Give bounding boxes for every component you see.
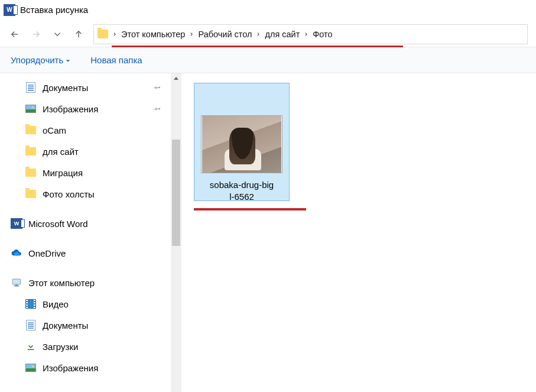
organize-button[interactable]: Упорядочить [11,55,70,65]
tree-item[interactable]: Изображения [0,98,181,119]
chevron-right-icon [303,30,309,39]
tree-item-label: Фото холсты [43,189,95,199]
scrollbar-thumb[interactable] [172,140,180,246]
onedrive-icon [11,248,22,258]
tree-item-label: Видео [43,299,69,309]
folder-icon [25,146,37,157]
folder-icon [98,30,108,38]
tree-item[interactable]: oCam [0,119,181,141]
new-folder-button[interactable]: Новая папка [90,55,142,65]
tree-item[interactable]: Видео [0,293,181,315]
folder-icon [25,189,37,199]
breadcrumb-segment[interactable]: Рабочий стол [198,30,252,39]
up-button[interactable] [72,28,85,41]
chevron-right-icon [255,30,261,39]
tree-item-label: oCam [43,125,66,135]
tree-item-label: Загрузки [43,342,78,352]
tree-item[interactable]: Этот компьютер [0,272,181,293]
annotation-underline [194,208,306,210]
word-app-icon: W [4,4,15,16]
tree-item-label: Миграция [43,168,83,178]
image-preview [202,116,281,173]
annotation-underline [112,46,403,47]
tree-item-label: для сайт [43,147,79,157]
tree-item[interactable]: WMicrosoft Word [0,213,181,234]
tree-item[interactable]: Документы [0,315,181,336]
img-icon [25,362,37,373]
navigation-bar: Этот компьютер Рабочий стол для сайт Фот… [0,20,536,47]
tree-item-label: Изображения [43,104,98,114]
toolbar: Упорядочить Новая папка [0,47,536,73]
breadcrumb-segment[interactable]: Этот компьютер [121,30,185,39]
file-item-selected[interactable]: sobaka-drug-big l-6562 [194,83,290,201]
folder-icon [25,167,37,178]
recent-locations-dropdown[interactable] [51,28,64,41]
tree-item-label: Документы [43,83,88,93]
chevron-right-icon [112,30,118,39]
tree-item[interactable]: OneDrive [0,242,181,264]
tree-item-label: OneDrive [28,248,66,258]
tree-item[interactable]: Изображения [0,357,181,378]
address-bar[interactable]: Этот компьютер Рабочий стол для сайт Фот… [93,24,528,44]
svg-rect-2 [14,286,20,286]
new-folder-label: Новая папка [90,55,142,65]
organize-label: Упорядочить [11,55,63,65]
svg-rect-0 [12,279,21,284]
forward-button[interactable] [30,28,43,41]
tree-item[interactable]: для сайт [0,141,181,162]
doc-icon [25,82,37,93]
dialog-title: Вставка рисунка [20,5,88,15]
dl-icon [25,341,37,352]
word-icon: W [11,218,22,229]
tree-item[interactable]: Миграция [0,162,181,183]
back-button[interactable] [8,28,21,41]
doc-icon [25,320,37,331]
svg-rect-3 [28,349,34,351]
scroll-up-icon[interactable] [171,73,181,84]
file-thumbnail [201,115,282,173]
svg-rect-1 [15,285,18,286]
folder-icon [25,125,37,135]
titlebar: W Вставка рисунка [0,0,536,20]
breadcrumb-segment[interactable]: для сайт [265,30,300,39]
chevron-right-icon [189,30,194,39]
file-name: sobaka-drug-big l-6562 [210,179,274,203]
tree-item[interactable]: Фото холсты [0,183,181,205]
tree-item-label: Изображения [43,363,98,373]
tree-item-label: Документы [43,320,88,331]
tree-item[interactable]: Документы [0,77,181,98]
file-content-area[interactable]: sobaka-drug-big l-6562 [182,73,536,392]
tree-item[interactable]: Загрузки [0,336,181,357]
pc-icon [11,277,22,288]
breadcrumb-segment[interactable]: Фото [313,30,332,39]
video-icon [25,299,37,309]
pin-icon [153,83,161,93]
scrollbar[interactable] [171,73,181,392]
pin-icon [153,104,161,114]
chevron-down-icon [66,55,70,65]
tree-item-label: Этот компьютер [28,278,95,288]
tree-item-label: Microsoft Word [28,219,88,229]
img-icon [25,103,37,114]
navigation-tree: ДокументыИзображенияoCamдля сайтМиграция… [0,73,182,392]
